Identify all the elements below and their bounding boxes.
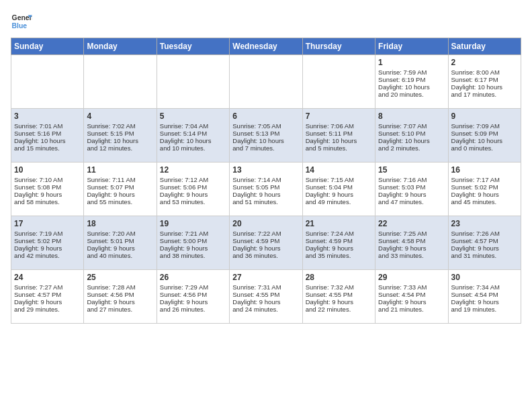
day-info: Daylight: 9 hours xyxy=(14,191,81,198)
day-info: Sunrise: 7:31 AM xyxy=(232,283,299,291)
day-info: Sunrise: 7:29 AM xyxy=(160,283,226,291)
day-number: 16 xyxy=(451,165,518,175)
day-info: Daylight: 9 hours xyxy=(87,244,153,252)
calendar-cell: 27Sunrise: 7:31 AMSunset: 4:55 PMDayligh… xyxy=(230,270,302,324)
day-number: 13 xyxy=(232,165,299,175)
calendar-cell: 3Sunrise: 7:01 AMSunset: 5:16 PMDaylight… xyxy=(11,109,84,163)
day-info: Sunset: 4:54 PM xyxy=(451,291,518,298)
day-info: Sunrise: 7:04 AM xyxy=(160,122,226,130)
day-number: 20 xyxy=(232,219,299,228)
calendar-cell: 4Sunrise: 7:02 AMSunset: 5:15 PMDaylight… xyxy=(84,109,157,163)
day-info: and 36 minutes. xyxy=(232,252,299,259)
day-info: Sunset: 5:07 PM xyxy=(87,183,153,191)
day-info: Daylight: 10 hours xyxy=(378,137,445,144)
day-info: Daylight: 9 hours xyxy=(378,244,445,252)
calendar-cell: 5Sunrise: 7:04 AMSunset: 5:14 PMDaylight… xyxy=(157,109,229,163)
day-info: Sunset: 4:57 PM xyxy=(14,291,81,298)
day-info: Sunrise: 7:21 AM xyxy=(160,230,226,237)
day-info: and 21 minutes. xyxy=(378,306,445,313)
calendar-cell: 10Sunrise: 7:10 AMSunset: 5:08 PMDayligh… xyxy=(11,163,84,216)
logo: General Blue xyxy=(11,11,32,32)
day-info: and 27 minutes. xyxy=(87,306,153,313)
day-info: and 58 minutes. xyxy=(14,198,81,205)
calendar-cell: 7Sunrise: 7:06 AMSunset: 5:11 PMDaylight… xyxy=(302,109,375,163)
day-info: and 40 minutes. xyxy=(87,252,153,259)
day-info: Sunset: 5:14 PM xyxy=(160,130,226,137)
day-info: Sunset: 5:15 PM xyxy=(87,130,153,137)
day-info: Daylight: 10 hours xyxy=(378,83,445,91)
day-info: Daylight: 9 hours xyxy=(232,298,299,306)
day-info: Sunset: 5:02 PM xyxy=(451,183,518,191)
day-info: Daylight: 9 hours xyxy=(306,191,372,198)
day-number: 15 xyxy=(378,165,445,175)
day-number: 18 xyxy=(87,219,153,228)
day-info: Sunset: 5:03 PM xyxy=(378,183,445,191)
day-info: Sunset: 4:55 PM xyxy=(306,291,372,298)
calendar-cell: 12Sunrise: 7:12 AMSunset: 5:06 PMDayligh… xyxy=(157,163,229,216)
day-info: and 35 minutes. xyxy=(306,252,372,259)
day-number: 30 xyxy=(451,273,518,282)
day-info: and 15 minutes. xyxy=(14,144,81,152)
day-info: Sunrise: 7:12 AM xyxy=(160,176,226,183)
day-header-thursday: Thursday xyxy=(302,38,375,55)
calendar-cell: 23Sunrise: 7:26 AMSunset: 4:57 PMDayligh… xyxy=(448,216,521,270)
day-info: Sunrise: 7:26 AM xyxy=(451,230,518,237)
day-info: and 20 minutes. xyxy=(378,91,445,98)
calendar-cell: 13Sunrise: 7:14 AMSunset: 5:05 PMDayligh… xyxy=(230,163,302,216)
calendar-cell: 17Sunrise: 7:19 AMSunset: 5:02 PMDayligh… xyxy=(11,216,84,270)
day-header-wednesday: Wednesday xyxy=(230,38,302,55)
day-number: 12 xyxy=(160,165,226,175)
day-info: and 5 minutes. xyxy=(306,144,372,152)
day-info: Sunset: 5:08 PM xyxy=(14,183,81,191)
day-info: Sunrise: 7:34 AM xyxy=(451,283,518,291)
calendar-cell: 16Sunrise: 7:17 AMSunset: 5:02 PMDayligh… xyxy=(448,163,521,216)
logo-icon: General Blue xyxy=(11,11,32,32)
day-info: Sunset: 5:00 PM xyxy=(160,237,226,244)
day-info: Sunset: 5:16 PM xyxy=(14,130,81,137)
day-info: Sunset: 4:56 PM xyxy=(87,291,153,298)
day-info: and 26 minutes. xyxy=(160,306,226,313)
day-info: Sunrise: 7:10 AM xyxy=(14,176,81,183)
calendar-cell: 11Sunrise: 7:11 AMSunset: 5:07 PMDayligh… xyxy=(84,163,157,216)
day-info: Sunrise: 7:06 AM xyxy=(306,122,372,130)
calendar-week-2: 3Sunrise: 7:01 AMSunset: 5:16 PMDaylight… xyxy=(11,109,521,163)
calendar-cell: 8Sunrise: 7:07 AMSunset: 5:10 PMDaylight… xyxy=(375,109,448,163)
day-info: Sunrise: 7:14 AM xyxy=(232,176,299,183)
day-number: 19 xyxy=(160,219,226,228)
calendar-cell: 22Sunrise: 7:25 AMSunset: 4:58 PMDayligh… xyxy=(375,216,448,270)
calendar-cell xyxy=(84,55,157,109)
day-info: and 10 minutes. xyxy=(160,144,226,152)
day-info: Daylight: 10 hours xyxy=(232,137,299,144)
day-info: Sunset: 4:55 PM xyxy=(232,291,299,298)
day-number: 2 xyxy=(451,58,518,67)
day-info: Daylight: 10 hours xyxy=(306,137,372,144)
calendar-week-5: 24Sunrise: 7:27 AMSunset: 4:57 PMDayligh… xyxy=(11,270,521,324)
day-info: Sunrise: 7:25 AM xyxy=(378,230,445,237)
day-number: 27 xyxy=(232,273,299,282)
day-info: Sunset: 4:54 PM xyxy=(378,291,445,298)
day-info: Sunset: 4:59 PM xyxy=(306,237,372,244)
day-info: Sunrise: 7:16 AM xyxy=(378,176,445,183)
day-number: 28 xyxy=(306,273,372,282)
day-info: and 29 minutes. xyxy=(14,306,81,313)
calendar-table: SundayMondayTuesdayWednesdayThursdayFrid… xyxy=(11,38,521,324)
calendar-cell: 26Sunrise: 7:29 AMSunset: 4:56 PMDayligh… xyxy=(157,270,229,324)
day-info: Daylight: 9 hours xyxy=(87,191,153,198)
calendar-week-4: 17Sunrise: 7:19 AMSunset: 5:02 PMDayligh… xyxy=(11,216,521,270)
calendar-cell: 20Sunrise: 7:22 AMSunset: 4:59 PMDayligh… xyxy=(230,216,302,270)
calendar-cell: 15Sunrise: 7:16 AMSunset: 5:03 PMDayligh… xyxy=(375,163,448,216)
calendar-cell: 21Sunrise: 7:24 AMSunset: 4:59 PMDayligh… xyxy=(302,216,375,270)
day-info: Daylight: 9 hours xyxy=(160,191,226,198)
day-info: Sunrise: 7:27 AM xyxy=(14,283,81,291)
day-info: Daylight: 9 hours xyxy=(451,191,518,198)
day-info: Sunrise: 7:09 AM xyxy=(451,122,518,130)
day-info: Daylight: 9 hours xyxy=(232,244,299,252)
day-info: Sunset: 4:59 PM xyxy=(232,237,299,244)
day-number: 7 xyxy=(306,111,372,121)
day-info: Daylight: 9 hours xyxy=(87,298,153,306)
day-number: 5 xyxy=(160,111,226,121)
day-info: Sunrise: 7:22 AM xyxy=(232,230,299,237)
day-number: 6 xyxy=(232,111,299,121)
day-number: 23 xyxy=(451,219,518,228)
calendar-cell: 30Sunrise: 7:34 AMSunset: 4:54 PMDayligh… xyxy=(448,270,521,324)
